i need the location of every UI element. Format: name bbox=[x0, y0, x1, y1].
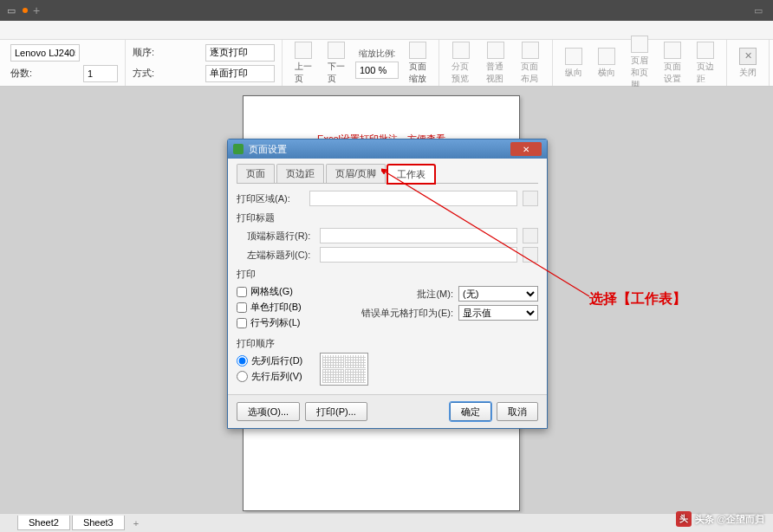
mode-select[interactable] bbox=[205, 65, 275, 82]
normal-view-button[interactable]: 普通视图 bbox=[481, 40, 510, 87]
header-footer-button[interactable]: 页眉和页脚 bbox=[626, 34, 653, 93]
dialog-icon bbox=[233, 144, 244, 154]
copies-input[interactable] bbox=[83, 65, 118, 82]
over-then-down-radio[interactable] bbox=[237, 371, 248, 382]
tab-header-footer[interactable]: 页眉/页脚 bbox=[326, 164, 386, 183]
tab-icon: ▭ bbox=[3, 3, 19, 17]
page-setup-dialog: 页面设置 ✕ 页面 页边距 页眉/页脚 工作表 打印区域(A): 打印标题 顶端… bbox=[227, 139, 548, 429]
sheet-tab-sheet3[interactable]: Sheet3 bbox=[72, 516, 125, 530]
page-layout-button[interactable]: 页面布局 bbox=[516, 40, 545, 87]
tab-margin[interactable]: 页边距 bbox=[276, 164, 324, 183]
print-area-input[interactable] bbox=[309, 191, 517, 206]
comments-label: 批注(M): bbox=[358, 288, 453, 301]
tab-page[interactable]: 页面 bbox=[237, 164, 275, 183]
page-setup-button[interactable]: 页面设置 bbox=[659, 40, 686, 87]
errors-select[interactable]: 显示值 bbox=[458, 305, 538, 321]
left-col-range-button[interactable] bbox=[523, 247, 538, 263]
errors-label: 错误单元格打印为(E): bbox=[358, 307, 453, 320]
left-col-input[interactable] bbox=[320, 247, 517, 263]
sheet-tab-bar: Sheet2 Sheet3 + bbox=[0, 513, 773, 532]
portrait-button[interactable]: 纵向 bbox=[560, 46, 588, 81]
page-preview-button[interactable]: 分页预览 bbox=[446, 40, 476, 87]
print-section-label: 打印 bbox=[237, 268, 538, 281]
order-section-label: 打印顺序 bbox=[237, 337, 538, 350]
new-tab-button[interactable]: + bbox=[33, 3, 40, 17]
page-margin-button[interactable]: 页边距 bbox=[692, 40, 719, 87]
print-area-label: 打印区域(A): bbox=[237, 192, 304, 205]
dialog-close-button[interactable]: ✕ bbox=[510, 142, 542, 156]
dialog-title: 页面设置 bbox=[249, 143, 287, 156]
ok-button[interactable]: 确定 bbox=[450, 402, 491, 421]
page-zoom-button[interactable]: 页面缩放 bbox=[404, 40, 432, 87]
gridlines-checkbox[interactable] bbox=[237, 287, 247, 297]
rowcol-label: 行号列标(L) bbox=[250, 316, 300, 329]
close-icon: ✕ bbox=[739, 48, 757, 65]
watermark: 头 头条 @企望而归 bbox=[676, 511, 764, 527]
scale-label: 缩放比例: bbox=[359, 48, 396, 60]
top-row-input[interactable] bbox=[320, 228, 517, 243]
options-button[interactable]: 选项(O)... bbox=[237, 402, 300, 421]
print-button[interactable]: 打印(P)... bbox=[305, 402, 367, 421]
left-col-label: 左端标题列(C): bbox=[247, 249, 315, 262]
landscape-button[interactable]: 横向 bbox=[593, 46, 620, 81]
next-page-button[interactable]: 下一页 bbox=[322, 40, 350, 87]
tab-sheet[interactable]: 工作表 bbox=[387, 165, 435, 184]
quick-access-toolbar bbox=[0, 21, 773, 40]
dialog-tabs: 页面 页边距 页眉/页脚 工作表 bbox=[237, 164, 538, 184]
mode-label: 方式: bbox=[133, 67, 200, 80]
sheet-tab-sheet2[interactable]: Sheet2 bbox=[17, 516, 70, 530]
down-then-over-label: 先列后行(D) bbox=[251, 354, 302, 367]
mono-checkbox[interactable] bbox=[237, 302, 247, 313]
mono-label: 单色打印(B) bbox=[250, 301, 302, 314]
order-select[interactable] bbox=[205, 44, 275, 62]
comments-select[interactable]: (无) bbox=[458, 286, 538, 302]
prev-page-button[interactable]: 上一页 bbox=[289, 40, 317, 87]
print-area-range-button[interactable] bbox=[523, 191, 538, 206]
cancel-button[interactable]: 取消 bbox=[497, 402, 538, 421]
tab-indicator-icon bbox=[23, 8, 28, 13]
close-preview-button[interactable]: ✕关闭 bbox=[734, 46, 762, 81]
window-titlebar: ▭ + ▭ bbox=[0, 0, 773, 21]
order-label: 顺序: bbox=[133, 46, 200, 59]
print-ribbon: 份数: 顺序: 方式: 上一页 下一页 缩放比例: 页面缩放 分页预览 普通视图… bbox=[0, 40, 773, 87]
over-then-down-label: 先行后列(V) bbox=[251, 370, 302, 383]
print-titles-label: 打印标题 bbox=[237, 211, 538, 224]
dialog-titlebar[interactable]: 页面设置 ✕ bbox=[228, 139, 547, 159]
copies-label: 份数: bbox=[10, 67, 78, 80]
rowcol-checkbox[interactable] bbox=[237, 318, 247, 328]
printer-select[interactable] bbox=[10, 44, 80, 62]
annotation-text: 选择【工作表】 bbox=[589, 290, 686, 308]
new-sheet-button[interactable]: + bbox=[127, 516, 146, 530]
watermark-icon: 头 bbox=[676, 511, 692, 527]
window-control-icon[interactable]: ▭ bbox=[754, 5, 763, 16]
down-then-over-radio[interactable] bbox=[237, 355, 248, 367]
top-row-range-button[interactable] bbox=[523, 228, 538, 243]
scale-input[interactable] bbox=[355, 62, 399, 79]
gridlines-label: 网格线(G) bbox=[250, 285, 293, 298]
top-row-label: 顶端标题行(R): bbox=[247, 230, 315, 243]
order-preview-icon bbox=[320, 353, 368, 386]
